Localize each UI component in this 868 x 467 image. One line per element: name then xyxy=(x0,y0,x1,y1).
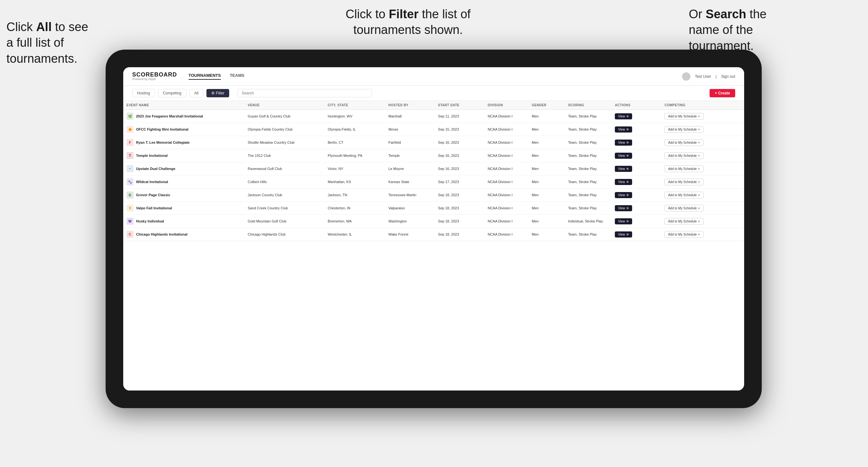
cell-scoring: Team, Stroke Play xyxy=(565,136,612,149)
cell-scoring: Team, Stroke Play xyxy=(565,123,612,136)
all-tab[interactable]: All xyxy=(189,89,203,97)
toolbar: Hosting Competing All ⚙ Filter + Create xyxy=(123,86,744,101)
add-to-schedule-button[interactable]: Add to My Schedule + xyxy=(664,139,703,146)
cell-gender: Men xyxy=(529,162,565,176)
col-header-scoring: SCORING xyxy=(565,101,612,110)
add-to-schedule-button[interactable]: Add to My Schedule + xyxy=(664,113,703,120)
cell-event-name: 🐾 Wildcat Invitational xyxy=(123,176,245,189)
view-button[interactable]: View ⊕ xyxy=(615,139,632,146)
cell-scoring: Individual, Stroke Play xyxy=(565,215,612,228)
view-button[interactable]: View ⊕ xyxy=(615,166,632,172)
table-container: EVENT NAME VENUE CITY, STATE HOSTED BY S… xyxy=(123,101,744,391)
tournaments-table: EVENT NAME VENUE CITY, STATE HOSTED BY S… xyxy=(123,101,744,241)
event-name-text: OFCC Fighting Illini Invitational xyxy=(136,127,188,131)
cell-actions: View ⊕ xyxy=(612,176,661,189)
cell-hosted: Marshall xyxy=(385,110,435,123)
view-button[interactable]: View ⊕ xyxy=(615,179,632,185)
cell-competing: Add to My Schedule + xyxy=(661,228,744,241)
cell-actions: View ⊕ xyxy=(612,149,661,162)
sign-out-link[interactable]: Sign out xyxy=(721,74,735,79)
cell-actions: View ⊕ xyxy=(612,215,661,228)
cell-scoring: Team, Stroke Play xyxy=(565,110,612,123)
view-button[interactable]: View ⊕ xyxy=(615,113,632,119)
add-to-schedule-button[interactable]: Add to My Schedule + xyxy=(664,179,703,185)
avatar xyxy=(682,72,690,81)
search-input[interactable] xyxy=(238,89,372,97)
search-box xyxy=(238,89,706,97)
table-row: V Valpo Fall Invitational Sand Creek Cou… xyxy=(123,201,744,215)
cell-date: Sep 18, 2023 xyxy=(435,228,485,241)
cell-division: NCAA Division I xyxy=(485,110,529,123)
cell-competing: Add to My Schedule + xyxy=(661,136,744,149)
cell-hosted: Temple xyxy=(385,149,435,162)
cell-gender: Men xyxy=(529,123,565,136)
view-button[interactable]: View ⊕ xyxy=(615,218,632,224)
add-to-schedule-button[interactable]: Add to My Schedule + xyxy=(664,126,703,133)
view-button[interactable]: View ⊕ xyxy=(615,192,632,198)
cell-gender: Men xyxy=(529,201,565,215)
add-to-schedule-button[interactable]: Add to My Schedule + xyxy=(664,218,703,225)
event-icon: T xyxy=(126,152,133,159)
view-button[interactable]: View ⊕ xyxy=(615,205,632,211)
cell-competing: Add to My Schedule + xyxy=(661,201,744,215)
competing-tab[interactable]: Competing xyxy=(158,89,186,97)
cell-city: Olympia Fields, IL xyxy=(324,123,385,136)
separator: | xyxy=(716,74,717,79)
cell-date: Sep 18, 2023 xyxy=(435,189,485,201)
cell-date: Sep 11, 2023 xyxy=(435,110,485,123)
nav-tab-teams[interactable]: TEAMS xyxy=(230,73,245,80)
col-header-competing: COMPETING xyxy=(661,101,744,110)
event-icon: 🐾 xyxy=(126,178,133,185)
header-right: Test User | Sign out xyxy=(682,72,735,81)
cell-venue: Guyan Golf & Country Club xyxy=(245,110,324,123)
cell-date: Sep 16, 2023 xyxy=(435,162,485,176)
add-to-schedule-button[interactable]: Add to My Schedule + xyxy=(664,205,703,212)
cell-event-name: F Ryan T. Lee Memorial Collegiate xyxy=(123,136,245,149)
add-to-schedule-button[interactable]: Add to My Schedule + xyxy=(664,231,703,238)
app-header: SCOREBOARD Powered by clippd TOURNAMENTS… xyxy=(123,67,744,86)
add-to-schedule-button[interactable]: Add to My Schedule + xyxy=(664,165,703,172)
cell-actions: View ⊕ xyxy=(612,162,661,176)
add-to-schedule-button[interactable]: Add to My Schedule + xyxy=(664,152,703,159)
table-row: W Husky Individual Gold Mountain Golf Cl… xyxy=(123,215,744,228)
event-name-text: Husky Individual xyxy=(136,219,164,223)
cell-date: Sep 16, 2023 xyxy=(435,149,485,162)
cell-date: Sep 17, 2023 xyxy=(435,176,485,189)
event-name-text: Grover Page Classic xyxy=(136,193,170,197)
col-header-event: EVENT NAME xyxy=(123,101,245,110)
table-row: ~ Upstate Dual Challenge Ravenwood Golf … xyxy=(123,162,744,176)
cell-city: Manhattan, KS xyxy=(324,176,385,189)
create-button[interactable]: + Create xyxy=(710,89,735,97)
event-name-text: Ryan T. Lee Memorial Collegiate xyxy=(136,140,190,145)
cell-gender: Men xyxy=(529,136,565,149)
cell-city: Chesterton, IN xyxy=(324,201,385,215)
hosting-tab[interactable]: Hosting xyxy=(132,89,155,97)
nav-tab-tournaments[interactable]: TOURNAMENTS xyxy=(188,73,221,80)
event-icon: G xyxy=(126,191,133,198)
view-button[interactable]: View ⊕ xyxy=(615,153,632,159)
cell-actions: View ⊕ xyxy=(612,228,661,241)
cell-actions: View ⊕ xyxy=(612,110,661,123)
cell-scoring: Team, Stroke Play xyxy=(565,149,612,162)
cell-city: Jackson, TN xyxy=(324,189,385,201)
cell-division: NCAA Division I xyxy=(485,176,529,189)
cell-division: NCAA Division I xyxy=(485,189,529,201)
cell-division: NCAA Division I xyxy=(485,123,529,136)
col-header-date: START DATE xyxy=(435,101,485,110)
cell-division: NCAA Division I xyxy=(485,136,529,149)
table-row: 🐾 Wildcat Invitational Colbert Hills Man… xyxy=(123,176,744,189)
add-to-schedule-button[interactable]: Add to My Schedule + xyxy=(664,192,703,198)
cell-hosted: Wake Forest xyxy=(385,228,435,241)
view-button[interactable]: View ⊕ xyxy=(615,231,632,238)
cell-event-name: 🔶 OFCC Fighting Illini Invitational xyxy=(123,123,245,136)
cell-event-name: T Temple Invitational xyxy=(123,149,245,162)
cell-gender: Men xyxy=(529,228,565,241)
cell-competing: Add to My Schedule + xyxy=(661,176,744,189)
event-icon: ~ xyxy=(126,165,133,172)
cell-event-name: V Valpo Fall Invitational xyxy=(123,201,245,215)
cell-city: Berlin, CT xyxy=(324,136,385,149)
tablet-frame: SCOREBOARD Powered by clippd TOURNAMENTS… xyxy=(105,50,762,408)
cell-actions: View ⊕ xyxy=(612,123,661,136)
filter-button[interactable]: ⚙ Filter xyxy=(207,89,229,97)
view-button[interactable]: View ⊕ xyxy=(615,126,632,132)
